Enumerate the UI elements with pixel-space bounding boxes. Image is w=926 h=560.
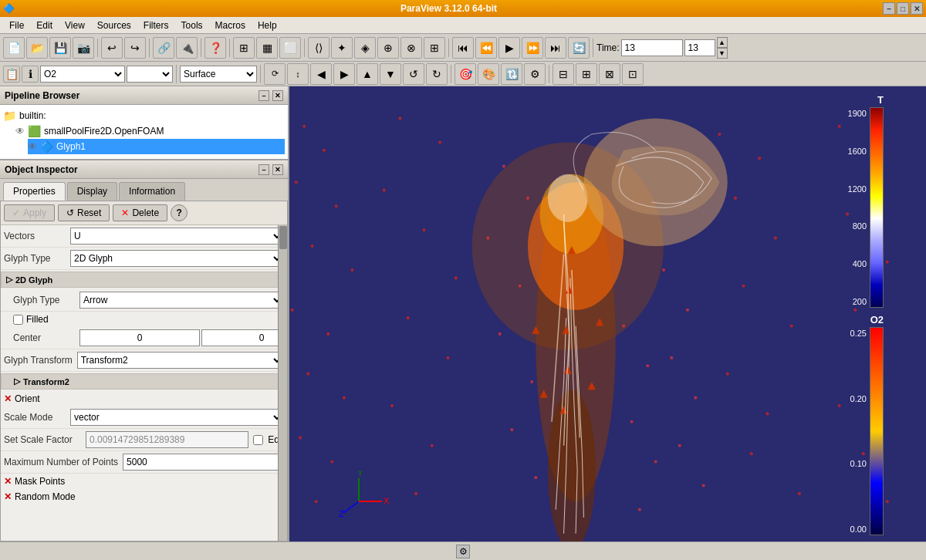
eye-icon-glyph[interactable]: 👁	[28, 141, 37, 152]
save-screenshot[interactable]: 📷	[73, 37, 94, 59]
refresh[interactable]: 🔃	[501, 63, 522, 85]
rot-right[interactable]: ↻	[426, 63, 448, 85]
menu-view[interactable]: View	[59, 19, 91, 32]
svg-point-11	[299, 436, 302, 439]
new-button[interactable]: 📄	[3, 37, 25, 59]
help-btn[interactable]: ❓	[204, 37, 226, 59]
arr-down[interactable]: ▼	[380, 63, 401, 85]
last-frame[interactable]: ⏭	[545, 37, 566, 59]
settings-btn[interactable]: ⚙	[524, 63, 546, 85]
rot-left[interactable]: ↺	[403, 63, 424, 85]
viewport[interactable]: T 1900 1600 1200 800 400 200 O2 0.25 0.2…	[289, 86, 926, 541]
svg-point-22	[431, 444, 434, 447]
btn-a[interactable]: ⟨⟩	[308, 37, 330, 59]
apply-button[interactable]: ✓ Apply	[4, 204, 55, 221]
color-legend[interactable]: 🎨	[478, 63, 499, 85]
time-up[interactable]: ▲	[717, 37, 728, 48]
reset-camera[interactable]: ⊞	[233, 37, 255, 59]
colorbar-t: T 1900 1600 1200 800 400 200	[848, 94, 884, 308]
tab-properties[interactable]: Properties	[3, 182, 66, 201]
save-button[interactable]: 💾	[49, 37, 71, 59]
disconnect-button[interactable]: 🔌	[176, 37, 198, 59]
pipeline-item-builtin[interactable]: 📁 builtin:	[3, 108, 285, 123]
info-toggle[interactable]: ℹ	[22, 66, 39, 83]
camera-reset[interactable]: 🎯	[455, 63, 476, 85]
reset-range[interactable]: ⟳	[264, 63, 286, 85]
view-maximize[interactable]: ⊡	[622, 63, 644, 85]
arr-up[interactable]: ▲	[357, 63, 378, 85]
component-select[interactable]	[127, 66, 173, 83]
pipeline-minimize[interactable]: –	[259, 90, 269, 101]
active-variable-select[interactable]: O2	[40, 66, 125, 83]
tab-information[interactable]: Information	[119, 182, 185, 201]
max-points-input[interactable]	[123, 454, 284, 471]
play[interactable]: ▶	[498, 37, 520, 59]
menu-filters[interactable]: Filters	[137, 19, 175, 32]
maximize-button[interactable]: □	[897, 2, 909, 15]
scale-mode-select[interactable]: vector	[70, 409, 284, 426]
reset-button[interactable]: ↺ Reset	[58, 204, 110, 221]
pipeline-close[interactable]: ✕	[272, 90, 283, 101]
pipeline-builtin-label: builtin:	[19, 110, 46, 121]
scrollbar[interactable]	[278, 225, 287, 541]
help-button[interactable]: ?	[171, 204, 188, 221]
next-frame[interactable]: ⏩	[522, 37, 543, 59]
btn-e[interactable]: ⊗	[400, 37, 422, 59]
center-x[interactable]	[79, 329, 200, 346]
minimize-button[interactable]: –	[883, 2, 895, 15]
glyph-transform-select[interactable]: Transform2	[77, 352, 284, 369]
glyph-type2-select[interactable]: Arrow	[79, 292, 284, 309]
time-input[interactable]	[621, 39, 683, 56]
pipeline-item-foam[interactable]: 👁 🟩 smallPoolFire2D.OpenFOAM	[15, 123, 285, 139]
btn-b[interactable]: ✦	[331, 37, 353, 59]
connect-button[interactable]: 🔗	[153, 37, 174, 59]
redo-button[interactable]: ↪	[124, 37, 146, 59]
rescale[interactable]: ↕	[287, 63, 309, 85]
pipeline-toggle[interactable]: 📋	[3, 66, 20, 83]
arr-left[interactable]: ◀	[310, 63, 332, 85]
filled-checkbox[interactable]	[13, 315, 23, 325]
scrollbar-thumb[interactable]	[279, 226, 287, 249]
properties-scroll-area[interactable]: Vectors U Glyph Type 2D Glyph	[1, 225, 287, 541]
menu-macros[interactable]: Macros	[209, 19, 252, 32]
svg-point-16	[383, 188, 386, 191]
representation-select[interactable]: Surface	[180, 66, 257, 83]
open-button[interactable]: 📂	[26, 37, 48, 59]
pipeline-item-glyph[interactable]: 👁 🔷 Glyph1	[28, 139, 285, 154]
inspector-minimize[interactable]: –	[259, 164, 269, 175]
prev-frame[interactable]: ⏪	[475, 37, 497, 59]
menu-help[interactable]: Help	[252, 19, 283, 32]
svg-point-69	[630, 420, 633, 423]
glyph-type-select[interactable]: 2D Glyph	[70, 250, 284, 267]
arr-right[interactable]: ▶	[333, 63, 355, 85]
view-close[interactable]: ⊠	[599, 63, 620, 85]
inspector-close[interactable]: ✕	[272, 164, 283, 175]
scale-factor-edit-check[interactable]	[253, 435, 263, 445]
btn-f[interactable]: ⊞	[424, 37, 445, 59]
menu-sources[interactable]: Sources	[91, 19, 137, 32]
btn-d[interactable]: ⊕	[377, 37, 399, 59]
center-y[interactable]	[201, 329, 287, 346]
view-split-h[interactable]: ⊟	[553, 63, 574, 85]
sep4	[229, 39, 230, 57]
undo-button[interactable]: ↩	[101, 37, 123, 59]
btn-c[interactable]: ◈	[354, 37, 376, 59]
svg-point-75	[694, 396, 697, 400]
vectors-select[interactable]: U	[70, 228, 284, 245]
time-frame[interactable]	[684, 39, 715, 56]
delete-button[interactable]: ✕ Delete	[113, 204, 167, 221]
eye-icon-foam[interactable]: 👁	[15, 126, 25, 137]
select-box[interactable]: ⬜	[279, 37, 301, 59]
svg-point-60	[526, 197, 529, 200]
scale-factor-input[interactable]	[86, 431, 248, 448]
menu-edit[interactable]: Edit	[30, 19, 59, 32]
first-frame[interactable]: ⏮	[452, 37, 474, 59]
view-split-v[interactable]: ⊞	[576, 63, 597, 85]
select-cells[interactable]: ▦	[256, 37, 278, 59]
menu-tools[interactable]: Tools	[175, 19, 209, 32]
time-down[interactable]: ▼	[717, 48, 728, 59]
close-button[interactable]: ✕	[911, 2, 923, 15]
loop[interactable]: 🔄	[568, 37, 590, 59]
menu-file[interactable]: File	[3, 19, 30, 32]
tab-display[interactable]: Display	[67, 182, 117, 201]
